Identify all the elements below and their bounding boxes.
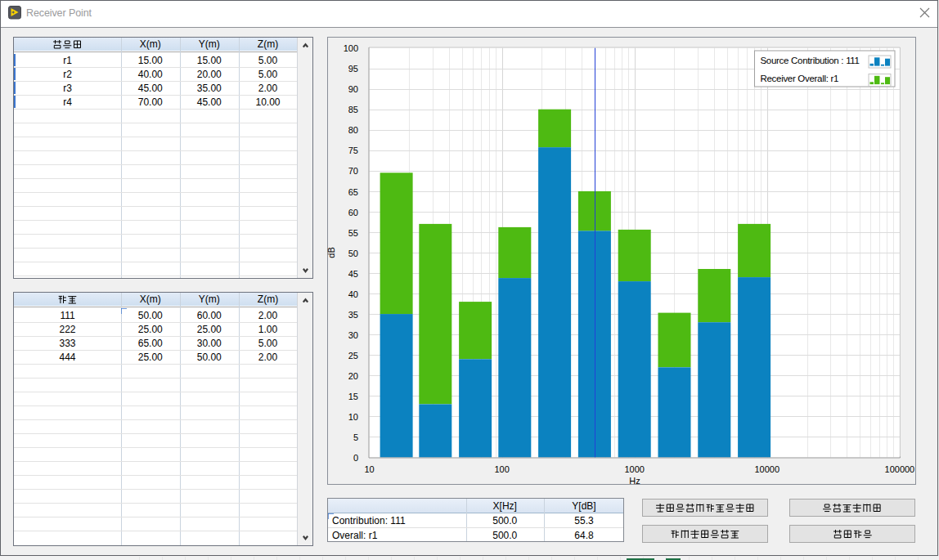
svg-text:20: 20 [348,371,358,381]
svg-text:80: 80 [348,125,358,135]
svg-text:55: 55 [348,228,358,238]
svg-text:1000: 1000 [624,464,644,474]
svg-text:65: 65 [348,187,358,197]
svg-text:90: 90 [348,84,358,94]
svg-text:60: 60 [348,208,358,217]
svg-text:75: 75 [348,146,358,155]
svg-text:35: 35 [348,310,358,320]
svg-text:100: 100 [494,464,509,474]
svg-text:30: 30 [348,330,358,340]
svg-text:25: 25 [348,351,358,361]
svg-text:40: 40 [348,289,358,299]
svg-text:15: 15 [348,392,358,401]
svg-text:85: 85 [348,105,358,114]
svg-text:45: 45 [348,269,358,279]
svg-text:Hz: Hz [629,476,640,486]
svg-text:Source Contribution : 111: Source Contribution : 111 [761,56,860,65]
svg-text:10000: 10000 [755,464,780,474]
svg-text:10: 10 [348,412,358,422]
svg-text:10: 10 [364,464,374,474]
svg-text:Receiver Overall: r1: Receiver Overall: r1 [761,74,839,83]
svg-text:dB: dB [327,247,336,258]
svg-text:95: 95 [348,64,358,74]
svg-text:100: 100 [344,43,358,53]
svg-text:50: 50 [348,249,358,258]
svg-text:5: 5 [353,432,358,442]
svg-text:70: 70 [348,166,358,176]
svg-text:100000: 100000 [885,464,915,474]
svg-text:0: 0 [353,453,358,463]
